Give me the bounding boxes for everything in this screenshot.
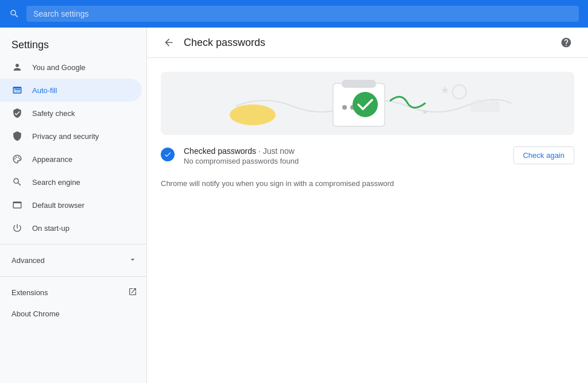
svg-point-2 — [18, 157, 19, 158]
autofill-icon — [11, 84, 23, 96]
extensions-label: Extensions — [11, 288, 48, 297]
topbar — [0, 0, 588, 28]
notify-text: Chrome will notify you when you sign in … — [147, 177, 588, 202]
search-icon — [9, 9, 20, 19]
sidebar-item-advanced[interactable]: Advanced — [0, 249, 146, 272]
sidebar-item-on-startup[interactable]: On start-up — [0, 216, 142, 239]
shield-icon — [11, 107, 23, 119]
svg-point-0 — [14, 158, 16, 160]
startup-icon — [11, 222, 23, 234]
sidebar-title: Settings — [0, 32, 146, 56]
sidebar-item-search-engine[interactable]: Search engine — [0, 171, 142, 194]
svg-rect-6 — [342, 80, 376, 88]
sidebar-item-about-chrome[interactable]: About Chrome — [0, 304, 146, 324]
sidebar-label-search-engine: Search engine — [32, 178, 80, 187]
svg-point-11 — [353, 92, 378, 117]
sidebar-label-on-startup: On start-up — [32, 224, 69, 233]
appearance-icon — [11, 153, 23, 165]
sidebar-label-appearance: Appearance — [32, 155, 72, 164]
sidebar-item-auto-fill[interactable]: Auto-fill — [0, 79, 142, 102]
sidebar-item-privacy-security[interactable]: Privacy and security — [0, 125, 142, 148]
password-illustration — [161, 72, 574, 135]
sidebar-label-you-and-google: You and Google — [32, 63, 86, 72]
sidebar-divider — [0, 244, 146, 245]
svg-point-1 — [16, 157, 17, 158]
sidebar-item-default-browser[interactable]: Default browser — [0, 194, 142, 216]
about-chrome-label: About Chrome — [11, 310, 60, 318]
content-header: Check passwords — [147, 28, 588, 58]
search-input[interactable] — [26, 6, 579, 22]
check-result-row: Checked passwords · Just now No compromi… — [147, 135, 588, 177]
help-button[interactable] — [558, 34, 574, 51]
sidebar-divider-2 — [0, 276, 146, 277]
back-button[interactable] — [161, 34, 177, 51]
svg-point-13 — [423, 110, 427, 114]
content-area: Check passwords — [147, 28, 588, 383]
check-title: Checked passwords · Just now — [184, 146, 504, 156]
advanced-label: Advanced — [11, 256, 45, 265]
svg-point-4 — [230, 105, 276, 125]
sidebar: Settings You and Google Auto-fill Safety… — [0, 28, 147, 383]
svg-point-3 — [19, 158, 20, 160]
sidebar-label-auto-fill: Auto-fill — [32, 86, 57, 95]
check-text-block: Checked passwords · Just now No compromi… — [184, 146, 504, 165]
chevron-down-icon — [128, 255, 137, 266]
check-subtitle: No compromised passwords found — [184, 157, 504, 165]
check-again-button[interactable]: Check again — [513, 146, 574, 164]
main-layout: Settings You and Google Auto-fill Safety… — [0, 28, 588, 383]
external-link-icon — [128, 287, 137, 298]
sidebar-item-appearance[interactable]: Appearance — [0, 148, 142, 171]
sidebar-label-default-browser: Default browser — [32, 201, 84, 210]
sidebar-label-safety-check: Safety check — [32, 109, 75, 118]
browser-icon — [11, 199, 23, 211]
privacy-icon — [11, 130, 23, 142]
svg-point-12 — [452, 85, 466, 99]
svg-point-7 — [342, 105, 347, 110]
search-engine-icon — [11, 176, 23, 188]
check-complete-icon — [161, 148, 175, 161]
check-time: Just now — [263, 146, 295, 156]
sidebar-label-privacy-security: Privacy and security — [32, 132, 99, 141]
sidebar-item-extensions[interactable]: Extensions — [0, 281, 146, 304]
sidebar-item-safety-check[interactable]: Safety check — [0, 102, 142, 125]
sidebar-item-you-and-google[interactable]: You and Google — [0, 56, 142, 79]
person-icon — [11, 61, 23, 73]
page-title: Check passwords — [184, 37, 551, 49]
